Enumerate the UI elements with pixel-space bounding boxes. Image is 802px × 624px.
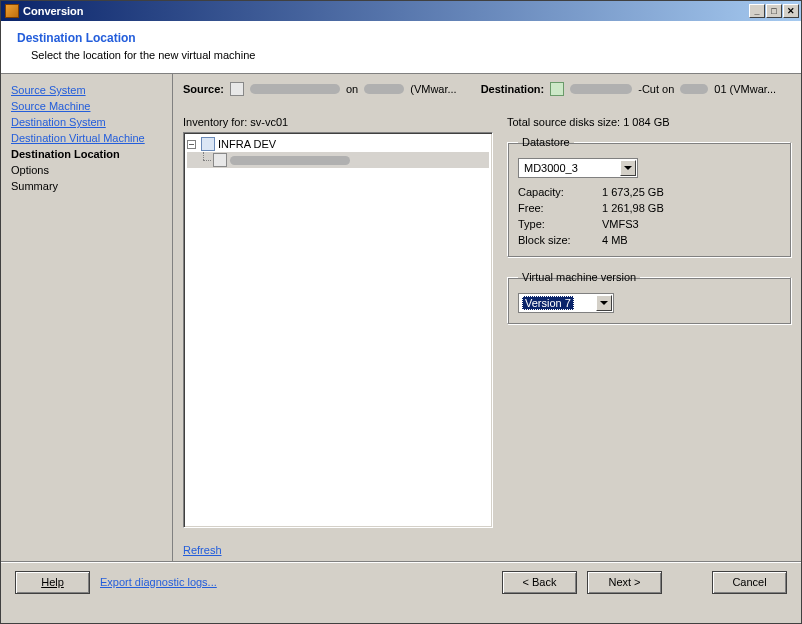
page-subtitle: Select the location for the new virtual … <box>17 45 785 61</box>
tree-node-host[interactable] <box>187 152 489 168</box>
step-destination-virtual-machine[interactable]: Destination Virtual Machine <box>11 130 166 146</box>
tree-connector-icon <box>196 152 210 168</box>
close-button[interactable]: ✕ <box>783 4 799 18</box>
source-name-redacted <box>250 84 340 94</box>
destination-name-redacted <box>570 84 632 94</box>
back-button[interactable]: < Back <box>502 571 577 594</box>
type-value: VMFS3 <box>602 218 780 230</box>
blocksize-value: 4 MB <box>602 234 780 246</box>
tree-host-redacted <box>230 156 350 165</box>
title-bar: Conversion _ □ ✕ <box>1 1 801 21</box>
capacity-key: Capacity: <box>518 186 602 198</box>
source-on-text: on <box>346 83 358 95</box>
export-logs-link[interactable]: Export diagnostic logs... <box>100 576 217 588</box>
svg-marker-1 <box>600 301 608 305</box>
minimize-button[interactable]: _ <box>749 4 765 18</box>
vm-version-legend: Virtual machine version <box>518 271 640 283</box>
collapse-icon[interactable]: – <box>187 140 196 149</box>
source-suffix: (VMwar... <box>410 83 456 95</box>
inventory-label: Inventory for: sv-vc01 <box>183 116 493 128</box>
maximize-button[interactable]: □ <box>766 4 782 18</box>
total-source-size: Total source disks size: 1 084 GB <box>507 116 791 128</box>
source-label: Source: <box>183 83 224 95</box>
step-destination-location: Destination Location <box>11 146 166 162</box>
step-options: Options <box>11 162 166 178</box>
vm-version-select[interactable]: Version 7 <box>518 293 614 313</box>
source-destination-row: Source: on (VMwar... Destination: -Cut o… <box>183 82 791 102</box>
wizard-header: Destination Location Select the location… <box>1 21 801 74</box>
destination-label: Destination: <box>481 83 545 95</box>
datastore-select[interactable]: MD3000_3 <box>518 158 638 178</box>
host-icon <box>213 153 227 167</box>
inventory-tree[interactable]: – INFRA DEV <box>183 132 493 528</box>
help-button[interactable]: Help <box>15 571 90 594</box>
blocksize-key: Block size: <box>518 234 602 246</box>
folder-icon <box>201 137 215 151</box>
svg-marker-0 <box>624 166 632 170</box>
free-key: Free: <box>518 202 602 214</box>
chevron-down-icon[interactable] <box>596 295 612 311</box>
main-panel: Source: on (VMwar... Destination: -Cut o… <box>173 74 801 562</box>
cancel-button[interactable]: Cancel <box>712 571 787 594</box>
destination-suffix: 01 (VMwar... <box>714 83 776 95</box>
app-icon <box>5 4 19 18</box>
datastore-group: Datastore MD3000_3 Capacity: 1 673,25 GB… <box>507 136 791 257</box>
datastore-selected-value: MD3000_3 <box>522 162 580 174</box>
source-icon <box>230 82 244 96</box>
free-value: 1 261,98 GB <box>602 202 780 214</box>
type-key: Type: <box>518 218 602 230</box>
destination-host-redacted <box>680 84 708 94</box>
destination-icon <box>550 82 564 96</box>
page-title: Destination Location <box>17 31 785 45</box>
tree-node-root[interactable]: – INFRA DEV <box>187 136 489 152</box>
refresh-link[interactable]: Refresh <box>183 544 493 556</box>
capacity-value: 1 673,25 GB <box>602 186 780 198</box>
datastore-legend: Datastore <box>518 136 574 148</box>
step-source-system[interactable]: Source System <box>11 82 166 98</box>
next-button[interactable]: Next > <box>587 571 662 594</box>
destination-cut-text: -Cut on <box>638 83 674 95</box>
tree-node-label: INFRA DEV <box>218 138 276 150</box>
step-summary: Summary <box>11 178 166 194</box>
wizard-footer: Help Export diagnostic logs... < Back Ne… <box>1 562 801 601</box>
vm-version-group: Virtual machine version Version 7 <box>507 271 791 324</box>
wizard-steps-sidebar: Source System Source Machine Destination… <box>1 74 173 562</box>
vm-version-selected-value: Version 7 <box>522 296 574 310</box>
step-source-machine[interactable]: Source Machine <box>11 98 166 114</box>
source-host-redacted <box>364 84 404 94</box>
step-destination-system[interactable]: Destination System <box>11 114 166 130</box>
chevron-down-icon[interactable] <box>620 160 636 176</box>
window-title: Conversion <box>23 5 748 17</box>
